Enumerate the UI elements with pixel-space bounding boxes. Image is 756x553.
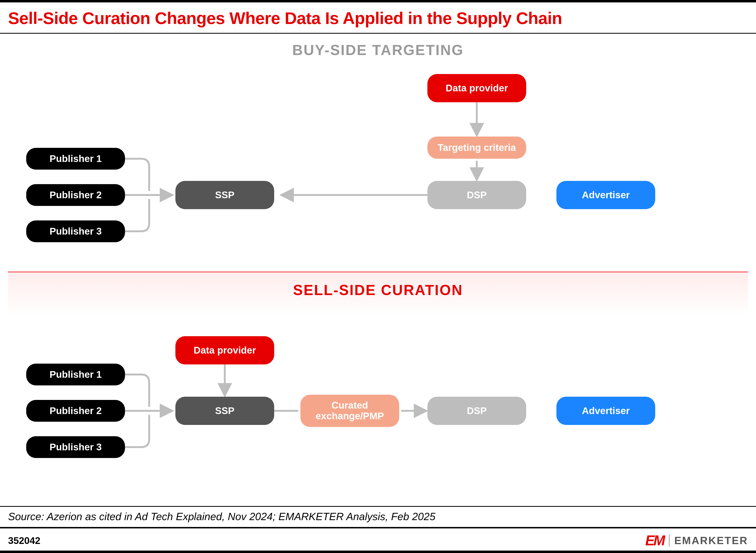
buy-advertiser: Advertiser	[557, 181, 655, 209]
source-citation: Source: Azerion as cited in Ad Tech Expl…	[0, 506, 756, 528]
footer: 352042 EM EMARKETER	[0, 531, 756, 551]
brand-mark-icon: EM	[645, 533, 664, 549]
sell-curated-exchange: Curated exchange/PMP	[301, 395, 399, 427]
buy-targeting-criteria: Targeting criteria	[427, 137, 526, 159]
chart-frame: Sell-Side Curation Changes Where Data Is…	[0, 0, 756, 553]
sell-publisher-1: Publisher 1	[26, 364, 125, 385]
arrows-layer	[0, 34, 756, 505]
sell-ssp: SSP	[175, 397, 274, 425]
chart-id: 352042	[8, 535, 40, 546]
buy-publisher-3: Publisher 3	[26, 221, 125, 242]
brand-divider	[669, 535, 670, 547]
sell-data-provider: Data provider	[175, 336, 274, 365]
sell-publisher-3: Publisher 3	[26, 436, 125, 458]
diagram-area: BUY-SIDE TARGETING SELL-SIDE CURATION	[0, 34, 756, 505]
brand-logo: EM EMARKETER	[645, 533, 748, 549]
buy-data-provider: Data provider	[427, 74, 526, 102]
chart-title: Sell-Side Curation Changes Where Data Is…	[8, 8, 748, 28]
buy-publisher-2: Publisher 2	[26, 184, 125, 206]
brand-name: EMARKETER	[674, 535, 748, 547]
sell-dsp: DSP	[427, 397, 526, 425]
sell-publisher-2: Publisher 2	[26, 400, 125, 422]
buy-publisher-1: Publisher 1	[26, 148, 125, 170]
sell-advertiser: Advertiser	[557, 397, 655, 425]
buy-dsp: DSP	[427, 181, 526, 209]
title-bar: Sell-Side Curation Changes Where Data Is…	[0, 2, 756, 34]
buy-ssp: SSP	[175, 181, 274, 209]
